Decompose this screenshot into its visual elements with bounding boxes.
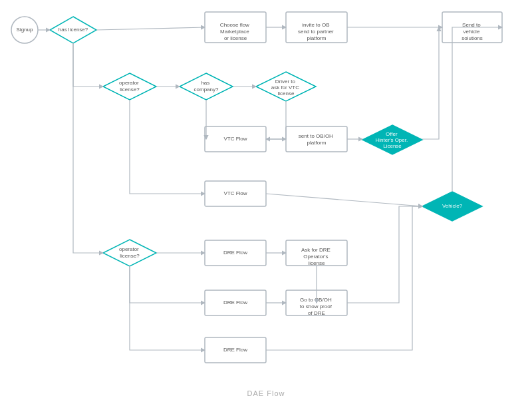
signup-label: Signup bbox=[17, 27, 33, 33]
operator-license1-label: operator license? bbox=[119, 80, 140, 93]
vehicle-label: Vehicle? bbox=[442, 203, 463, 209]
arrow-drivervtc-vtcflow1 bbox=[266, 101, 286, 139]
arrow-goob-vehicle bbox=[347, 206, 422, 303]
arrow-vehicle-sendvehicle bbox=[452, 27, 502, 192]
flow-diagram: Signup has license? Choose flow Marketpl… bbox=[0, 0, 532, 404]
dre-flow1-label: DRE Flow bbox=[223, 250, 247, 256]
dre-flow2-label: DRE Flow bbox=[223, 300, 247, 305]
arrow-oplicense2-dreflow2 bbox=[130, 266, 205, 303]
arrow-oplicense2-dreflow3 bbox=[130, 266, 205, 350]
arrow-haslicense-chooseflow bbox=[96, 27, 205, 30]
choose-flow-label: Choose flow Marketplace or license bbox=[220, 22, 251, 41]
vtc-flow1-label: VTC Flow bbox=[223, 136, 247, 142]
watermark: DAE Flow bbox=[247, 389, 285, 397]
arrow-haslicense-oplicense2 bbox=[73, 43, 103, 253]
has-license-label: has license? bbox=[59, 27, 88, 33]
arrow-haslicense-oplicense1 bbox=[73, 43, 103, 87]
send-vehicle-label: Send to vehicle solutions bbox=[462, 22, 483, 41]
dre-flow3-label: DRE Flow bbox=[223, 347, 247, 353]
arrow-offerhinter-sendvehicle bbox=[422, 27, 439, 139]
operator-license2-label: operator license? bbox=[119, 246, 140, 259]
arrow-vtcflow2-vehicle bbox=[266, 194, 422, 206]
vtc-flow2-label: VTC Flow bbox=[223, 190, 247, 196]
arrow-oplicense1-vtcflow2 bbox=[130, 100, 205, 194]
